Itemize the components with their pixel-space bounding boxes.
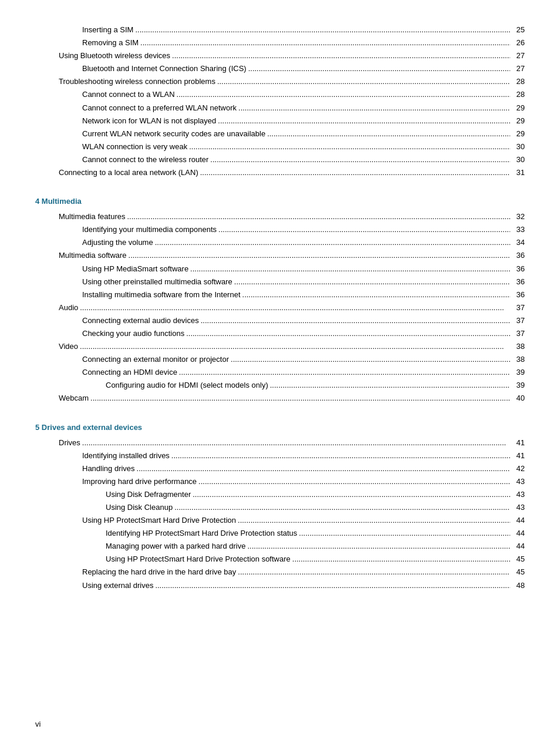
entry-dots: ........................................… bbox=[199, 314, 510, 327]
toc-entry: Bluetooth and Internet Connection Sharin… bbox=[35, 62, 525, 75]
entry-dots: ........................................… bbox=[89, 392, 510, 405]
toc-entry: Removing a SIM .........................… bbox=[35, 36, 525, 49]
toc-entry: Connecting an HDMI device ..............… bbox=[35, 366, 525, 379]
toc-entry: Using external drives ..................… bbox=[35, 579, 525, 592]
toc-entry: Multimedia software ....................… bbox=[35, 249, 525, 262]
toc-entry: Webcam .................................… bbox=[35, 392, 525, 405]
page-number: 37 bbox=[510, 314, 525, 327]
toc-entry: WLAN connection is very weak ...........… bbox=[35, 140, 525, 153]
page-number: 43 bbox=[510, 488, 525, 501]
toc-entry: Connecting to a local area network (LAN)… bbox=[35, 166, 525, 179]
entry-dots: ........................................… bbox=[187, 140, 510, 153]
page-footer: vi bbox=[35, 720, 41, 728]
page-number: 44 bbox=[510, 527, 525, 540]
entry-text: Using external drives bbox=[82, 579, 153, 592]
entry-dots: ........................................… bbox=[291, 553, 510, 566]
entry-dots: ........................................… bbox=[153, 579, 510, 592]
toc-entry: Video ..................................… bbox=[35, 340, 525, 353]
entry-text: Connecting to a local area network (LAN) bbox=[59, 166, 198, 179]
entry-dots: ........................................… bbox=[232, 275, 510, 288]
toc-entry: Using HP ProtectSmart Hard Drive Protect… bbox=[35, 514, 525, 527]
entry-text: Using Disk Cleanup bbox=[106, 501, 173, 514]
toc-entry: Using HP MediaSmart software ...........… bbox=[35, 263, 525, 275]
page-number: 30 bbox=[510, 140, 525, 153]
entry-dots: ........................................… bbox=[198, 166, 510, 179]
entry-text: Audio bbox=[59, 301, 78, 314]
toc-entry: Replacing the hard drive in the hard dri… bbox=[35, 566, 525, 579]
toc-entry: Audio ..................................… bbox=[35, 301, 525, 314]
toc-entry: Checking your audio functions ..........… bbox=[35, 327, 525, 340]
toc-entry: Connecting external audio devices ......… bbox=[35, 314, 525, 327]
entry-text: Configuring audio for HDMI (select model… bbox=[106, 379, 268, 392]
entry-dots: ........................................… bbox=[78, 301, 510, 314]
entry-text: Checking your audio functions bbox=[82, 327, 184, 340]
entry-dots: ........................................… bbox=[184, 327, 510, 340]
page-number: 31 bbox=[510, 166, 525, 179]
toc-entry: Cannot connect to the wireless router ..… bbox=[35, 153, 525, 166]
entry-dots: ........................................… bbox=[208, 153, 510, 166]
page-number: 45 bbox=[510, 553, 525, 566]
page-number: 30 bbox=[510, 153, 525, 166]
toc-entry: Current WLAN network security codes are … bbox=[35, 127, 525, 140]
entry-dots: ........................................… bbox=[177, 366, 510, 379]
entry-dots: ........................................… bbox=[197, 475, 510, 488]
page-number: 38 bbox=[510, 353, 525, 366]
entry-dots: ........................................… bbox=[236, 514, 510, 527]
toc-section-2: 5 Drives and external devicesDrives ....… bbox=[35, 423, 525, 592]
entry-dots: ........................................… bbox=[241, 288, 510, 301]
toc-entry: Installing multimedia software from the … bbox=[35, 288, 525, 301]
page-number: 44 bbox=[510, 540, 525, 553]
toc-entry: Troubleshooting wireless connection prob… bbox=[35, 75, 525, 88]
entry-dots: ........................................… bbox=[135, 462, 510, 475]
entry-dots: ........................................… bbox=[236, 566, 510, 579]
toc-entry: Identifying installed drives ...........… bbox=[35, 449, 525, 462]
entry-dots: ........................................… bbox=[127, 249, 510, 262]
entry-dots: ........................................… bbox=[216, 115, 510, 127]
entry-text: Improving hard drive performance bbox=[82, 475, 197, 488]
entry-text: Using Disk Defragmenter bbox=[106, 488, 191, 501]
toc-entry: Using Disk Defragmenter ................… bbox=[35, 488, 525, 501]
page-number: 44 bbox=[510, 514, 525, 527]
entry-dots: ........................................… bbox=[297, 527, 510, 540]
entry-text: Adjusting the volume bbox=[82, 236, 153, 249]
entry-dots: ........................................… bbox=[125, 210, 510, 223]
page-number: 32 bbox=[510, 210, 525, 223]
entry-dots: ........................................… bbox=[215, 75, 510, 88]
page-number: 36 bbox=[510, 263, 525, 275]
page-number: 39 bbox=[510, 379, 525, 392]
page-number: 36 bbox=[510, 288, 525, 301]
entry-text: Identifying HP ProtectSmart Hard Drive P… bbox=[106, 527, 297, 540]
entry-text: Multimedia software bbox=[59, 249, 127, 262]
toc-entry: Managing power with a parked hard drive … bbox=[35, 540, 525, 553]
entry-text: Cannot connect to a preferred WLAN netwo… bbox=[82, 102, 237, 115]
entry-text: Troubleshooting wireless connection prob… bbox=[59, 75, 215, 88]
entry-text: Using HP MediaSmart software bbox=[82, 263, 188, 275]
entry-text: Video bbox=[59, 340, 78, 353]
entry-dots: ........................................… bbox=[268, 379, 510, 392]
page-number: 41 bbox=[510, 449, 525, 462]
toc-entry: Identifying your multimedia components .… bbox=[35, 223, 525, 236]
toc-entry: Cannot connect to a WLAN ...............… bbox=[35, 88, 525, 101]
page-number: 25 bbox=[510, 23, 525, 36]
toc-entry: Multimedia features ....................… bbox=[35, 210, 525, 223]
toc-entry: Using Bluetooth wireless devices .......… bbox=[35, 49, 525, 62]
entry-text: Cannot connect to the wireless router bbox=[82, 153, 208, 166]
toc-entry: Handling drives ........................… bbox=[35, 462, 525, 475]
entry-text: Using HP ProtectSmart Hard Drive Protect… bbox=[106, 553, 291, 566]
entry-text: Using HP ProtectSmart Hard Drive Protect… bbox=[82, 514, 236, 527]
page-number: 36 bbox=[510, 275, 525, 288]
toc-entry: Improving hard drive performance .......… bbox=[35, 475, 525, 488]
entry-dots: ........................................… bbox=[191, 488, 510, 501]
entry-text: Identifying your multimedia components bbox=[82, 223, 217, 236]
entry-text: Connecting an HDMI device bbox=[82, 366, 177, 379]
entry-dots: ........................................… bbox=[80, 436, 510, 449]
entry-dots: ........................................… bbox=[175, 88, 510, 101]
entry-text: Bluetooth and Internet Connection Sharin… bbox=[82, 62, 247, 75]
page-number: 33 bbox=[510, 223, 525, 236]
entry-dots: ........................................… bbox=[247, 62, 510, 75]
page-number: 34 bbox=[510, 236, 525, 249]
toc-entry: Connecting an external monitor or projec… bbox=[35, 353, 525, 366]
entry-text: Installing multimedia software from the … bbox=[82, 288, 241, 301]
entry-text: Network icon for WLAN is not displayed bbox=[82, 115, 216, 127]
page-number: 48 bbox=[510, 579, 525, 592]
